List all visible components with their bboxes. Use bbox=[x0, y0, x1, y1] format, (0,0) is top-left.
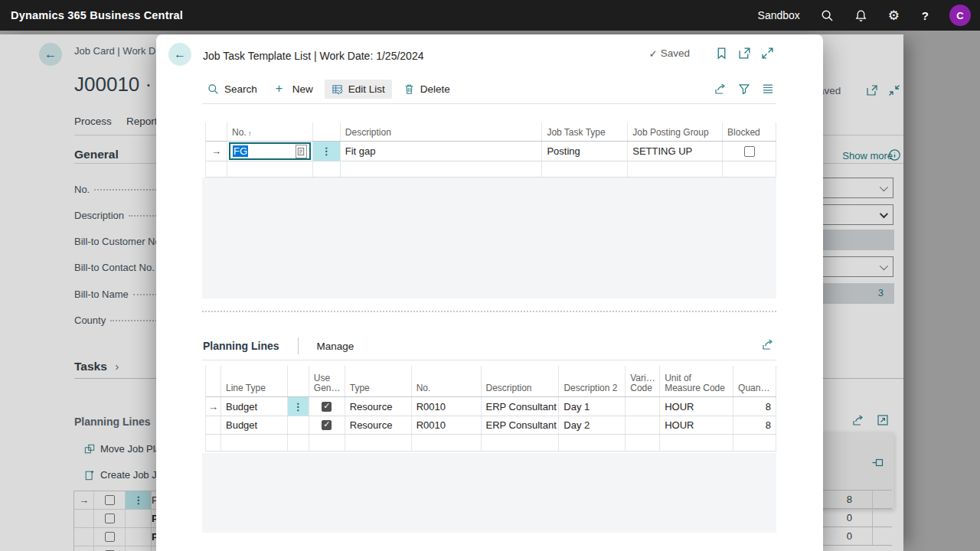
job-task-template-dialog: ← Job Task Template List | Work Date: 1/… bbox=[156, 34, 823, 551]
settings-gear-icon[interactable]: ⚙ bbox=[888, 9, 901, 22]
planning-lines-table: Line Type UseGen… Type No. Description D… bbox=[205, 366, 776, 452]
type-cell[interactable]: Resource bbox=[345, 397, 412, 416]
top-app-bar: Dynamics 365 Business Central Sandbox ⚙ … bbox=[0, 0, 980, 31]
edit-list-button[interactable]: Edit List bbox=[325, 80, 392, 99]
row-menu-button[interactable]: ⋮ bbox=[313, 142, 341, 161]
plus-icon: + bbox=[276, 83, 287, 95]
search-button[interactable]: Search bbox=[201, 80, 264, 99]
environment-label[interactable]: Sandbox bbox=[758, 9, 800, 21]
no-cell[interactable]: R0010 bbox=[412, 416, 482, 434]
delete-button[interactable]: Delete bbox=[397, 80, 457, 99]
column-header-description[interactable]: Description bbox=[341, 122, 543, 141]
dialog-title: Job Task Template List | Work Date: 1/25… bbox=[203, 50, 423, 62]
part-divider bbox=[202, 360, 776, 360]
column-header-unit-of-measure[interactable]: Unit ofMeasure Code bbox=[660, 366, 733, 396]
table-header-row: No. ↑ Description Job Task Type Job Post… bbox=[206, 122, 776, 142]
row-menu-button[interactable]: ⋮ bbox=[288, 397, 309, 416]
open-in-window-icon[interactable] bbox=[738, 47, 751, 60]
unit-of-measure-cell[interactable]: HOUR bbox=[660, 397, 733, 416]
table-row-empty[interactable] bbox=[206, 435, 776, 452]
blocked-checkbox[interactable] bbox=[744, 146, 755, 157]
screen: Dynamics 365 Business Central Sandbox ⚙ … bbox=[0, 0, 980, 551]
type-cell[interactable]: Resource bbox=[345, 416, 412, 434]
no-cell[interactable]: FG bbox=[227, 142, 313, 161]
no-input-focused[interactable]: FG bbox=[229, 142, 311, 160]
saved-status: ✓ Saved bbox=[648, 47, 690, 60]
share-icon[interactable] bbox=[714, 83, 727, 95]
active-row-arrow-icon: → bbox=[211, 145, 221, 157]
sort-ascending-icon: ↑ bbox=[248, 129, 252, 138]
table-row: → FG ⋮ Fit gap Posting SETTING UP bbox=[206, 142, 776, 161]
filter-icon[interactable] bbox=[738, 83, 750, 95]
table-row: Budget Resource R0010 ERP Consultant Day… bbox=[206, 416, 776, 435]
lookup-icon[interactable] bbox=[296, 145, 307, 158]
column-header-description-2[interactable]: Description 2 bbox=[559, 366, 626, 396]
ellipsis-vertical-icon: ⋮ bbox=[293, 401, 303, 412]
job-task-type-cell[interactable]: Posting bbox=[542, 142, 628, 161]
column-header-blocked[interactable]: Blocked bbox=[723, 122, 776, 141]
app-title: Dynamics 365 Business Central bbox=[11, 9, 183, 21]
bookmark-icon[interactable] bbox=[715, 47, 728, 60]
no-cell[interactable]: R0010 bbox=[412, 397, 482, 416]
dialog-toolbar: Search + New Edit List Delete bbox=[201, 80, 457, 99]
quantity-cell[interactable]: 8 bbox=[733, 416, 776, 434]
table-row: → Budget ⋮ Resource R0010 ERP Consultant… bbox=[206, 397, 776, 416]
use-gen-checkbox[interactable] bbox=[322, 402, 332, 412]
planning-lines-heading: Planning Lines bbox=[203, 340, 279, 352]
job-posting-group-cell[interactable]: SETTING UP bbox=[628, 142, 723, 161]
column-header-quantity[interactable]: Quan… bbox=[733, 366, 776, 396]
table-row-empty[interactable] bbox=[206, 161, 776, 178]
search-icon bbox=[207, 83, 219, 95]
search-icon[interactable] bbox=[821, 9, 834, 22]
trash-icon bbox=[403, 83, 415, 95]
use-gen-checkbox[interactable] bbox=[322, 420, 332, 430]
variant-code-cell[interactable] bbox=[626, 397, 660, 416]
toolbar-divider bbox=[202, 103, 776, 104]
selected-text: FG bbox=[233, 145, 248, 157]
line-type-cell[interactable]: Budget bbox=[221, 397, 288, 416]
column-header-job-task-type[interactable]: Job Task Type bbox=[542, 122, 628, 141]
variant-code-cell[interactable] bbox=[626, 416, 660, 434]
dialog-back-button[interactable]: ← bbox=[168, 43, 191, 66]
ellipsis-vertical-icon: ⋮ bbox=[322, 145, 332, 157]
list-empty-area bbox=[202, 453, 776, 533]
column-header-job-posting-group[interactable]: Job Posting Group bbox=[628, 122, 723, 141]
help-icon[interactable]: ? bbox=[922, 9, 929, 22]
description-cell[interactable]: ERP Consultant bbox=[482, 397, 560, 416]
notifications-bell-icon[interactable] bbox=[854, 9, 867, 22]
expand-icon[interactable] bbox=[761, 47, 774, 60]
description-cell[interactable]: ERP Consultant bbox=[482, 416, 560, 434]
account-avatar[interactable]: C bbox=[949, 5, 971, 26]
unit-of-measure-cell[interactable]: HOUR bbox=[660, 416, 733, 434]
quantity-cell[interactable]: 8 bbox=[733, 397, 776, 416]
description-2-cell[interactable]: Day 1 bbox=[559, 397, 626, 416]
column-header-line-type[interactable]: Line Type bbox=[221, 366, 288, 396]
list-empty-area bbox=[202, 178, 776, 298]
share-icon[interactable] bbox=[762, 338, 774, 350]
line-type-cell[interactable]: Budget bbox=[221, 416, 288, 434]
column-header-use-gen[interactable]: UseGen… bbox=[309, 366, 345, 396]
job-task-table: No. ↑ Description Job Task Type Job Post… bbox=[205, 122, 776, 178]
column-header-no[interactable]: No. bbox=[412, 366, 482, 396]
description-2-cell[interactable]: Day 2 bbox=[559, 416, 626, 434]
check-icon: ✓ bbox=[648, 47, 657, 60]
manage-tab[interactable]: Manage bbox=[317, 341, 354, 352]
column-header-variant-code[interactable]: Vari…Code bbox=[626, 366, 660, 396]
back-arrow-icon: ← bbox=[174, 47, 186, 61]
new-button[interactable]: + New bbox=[269, 80, 320, 99]
list-options-icon[interactable] bbox=[762, 83, 774, 95]
edit-list-icon bbox=[332, 83, 343, 95]
column-header-description[interactable]: Description bbox=[482, 366, 560, 396]
pane-splitter[interactable] bbox=[202, 311, 776, 312]
column-header-type[interactable]: Type bbox=[345, 366, 412, 396]
column-header-no[interactable]: No. ↑ bbox=[227, 122, 313, 141]
table-header-row: Line Type UseGen… Type No. Description D… bbox=[206, 366, 776, 397]
heading-divider bbox=[298, 337, 299, 354]
active-row-arrow-icon: → bbox=[208, 401, 218, 412]
description-cell[interactable]: Fit gap bbox=[341, 142, 543, 161]
